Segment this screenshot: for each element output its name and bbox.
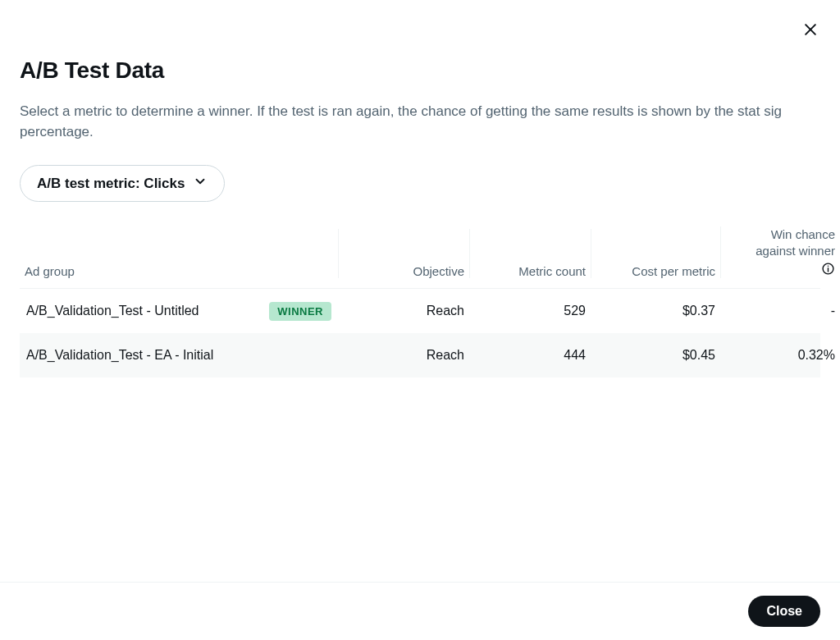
cell-objective: Reach xyxy=(338,304,469,318)
cell-win-chance: - xyxy=(720,304,840,318)
ad-group-name: A/B_Validation_Test - EA - Initial xyxy=(26,348,213,363)
table-row: A/B_Validation_Test - EA - Initial Reach… xyxy=(20,333,820,377)
metric-selector-label: A/B test metric: Clicks xyxy=(37,176,185,192)
col-win-chance-line2: against winner xyxy=(756,243,835,259)
col-objective: Objective xyxy=(338,229,469,278)
ad-group-name: A/B_Validation_Test - Untitled xyxy=(26,304,199,318)
dialog-footer: Close xyxy=(0,582,840,640)
page-description: Select a metric to determine a winner. I… xyxy=(20,102,807,142)
cell-metric-count: 529 xyxy=(469,304,591,318)
info-icon[interactable] xyxy=(821,258,835,278)
cell-cost-per-metric: $0.45 xyxy=(591,348,720,363)
col-metric-count: Metric count xyxy=(469,229,591,278)
table-header: Ad group Objective Metric count Cost per… xyxy=(20,226,820,289)
results-table: Ad group Objective Metric count Cost per… xyxy=(20,226,820,377)
close-icon[interactable] xyxy=(801,20,820,39)
cell-objective: Reach xyxy=(338,348,469,363)
table-row: A/B_Validation_Test - Untitled WINNER Re… xyxy=(20,289,820,333)
close-button[interactable]: Close xyxy=(748,596,820,627)
metric-selector-dropdown[interactable]: A/B test metric: Clicks xyxy=(20,165,225,202)
col-ad-group: Ad group xyxy=(20,229,338,278)
cell-win-chance: 0.32% xyxy=(720,348,840,363)
col-cost-per-metric: Cost per metric xyxy=(591,229,720,278)
col-win-chance-line1: Win chance xyxy=(771,226,835,243)
cell-metric-count: 444 xyxy=(469,348,591,363)
chevron-down-icon xyxy=(193,174,208,193)
page-title: A/B Test Data xyxy=(20,57,820,84)
cell-cost-per-metric: $0.37 xyxy=(591,304,720,318)
col-win-chance: Win chance against winner xyxy=(720,226,840,278)
svg-point-4 xyxy=(828,266,829,267)
winner-badge: WINNER xyxy=(269,302,331,321)
